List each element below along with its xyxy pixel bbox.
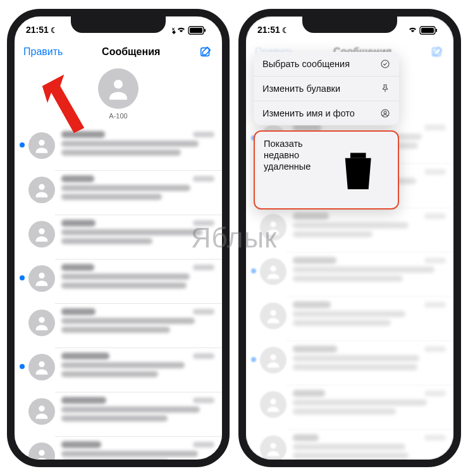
compose-button[interactable] [199,45,213,59]
svg-point-5 [39,140,44,146]
avatar [28,221,55,247]
unread-dot [20,142,25,147]
svg-point-6 [39,184,44,190]
unread-dot [20,320,25,325]
status-time: 21:51 [26,25,49,35]
contact-name-blurred [61,220,95,227]
menu-edit-name-photo[interactable]: Изменить имя и фото [254,101,399,125]
timestamp-blurred [193,220,214,226]
preview-blurred [61,149,181,156]
notch [302,15,397,33]
svg-point-11 [39,406,44,411]
avatar [28,354,55,380]
svg-point-12 [39,450,44,456]
trash-icon [327,140,389,202]
preview-blurred [61,460,168,466]
preview-blurred [61,406,200,413]
conversation-row[interactable] [15,392,222,436]
preview-blurred [61,362,185,368]
menu-label: Выбрать сообщения [262,59,350,69]
avatar [28,132,55,159]
menu-select-messages[interactable]: Выбрать сообщения [254,52,399,76]
contact-name-blurred [61,175,94,182]
svg-rect-1 [190,28,202,33]
conversation-row[interactable] [15,348,222,392]
moon-icon: ☾ [282,26,289,35]
menu-label: Изменить булавки [262,84,340,94]
status-icons [403,25,442,35]
conversation-row[interactable] [15,259,222,303]
unread-dot [20,453,25,458]
svg-rect-2 [204,29,206,32]
phone-right: 21:51☾ Править Сообщения Выбрать с [238,9,461,467]
conversation-row[interactable] [15,170,222,215]
svg-point-9 [39,317,44,323]
menu-label: Показать недавно удаленные [264,138,327,172]
svg-rect-16 [436,29,437,32]
conversation-list[interactable] [15,126,222,467]
timestamp-blurred [193,398,214,403]
timestamp-blurred [193,265,214,270]
preview-blurred [61,282,187,289]
svg-point-10 [39,361,44,367]
svg-point-7 [39,229,44,234]
unread-dot [20,408,25,413]
timestamp-blurred [193,132,214,137]
conversation-row[interactable] [15,303,222,348]
preview-blurred [61,238,152,244]
unread-dot [20,364,25,369]
preview-blurred [61,229,202,235]
svg-point-27 [381,60,389,68]
unread-dot [20,187,25,192]
timestamp-blurred [193,176,214,182]
contact-name-blurred [61,264,94,271]
preview-blurred [61,141,199,147]
avatar [28,442,55,467]
pin-icon [380,84,390,94]
edit-menu: Выбрать сообщения Изменить булавки Измен… [254,52,399,210]
pinned-name: A-100 [109,112,127,120]
avatar [28,398,55,425]
svg-point-4 [114,80,123,89]
svg-rect-15 [421,28,434,33]
svg-point-8 [39,273,44,279]
conversation-row[interactable] [15,126,222,170]
svg-point-29 [384,111,386,114]
status-icons [171,25,211,35]
menu-label: Изменить имя и фото [262,108,355,118]
conversation-row[interactable] [15,436,222,467]
menu-show-recently-deleted[interactable]: Показать недавно удаленные [255,132,398,208]
nav-bar: Править Сообщения [15,39,222,65]
preview-blurred [61,415,168,422]
avatar [28,177,55,203]
conversation-row[interactable] [15,215,222,259]
preview-blurred [61,327,170,333]
preview-blurred [61,185,190,191]
check-circle-icon [380,59,390,69]
person-circle-icon [380,108,390,118]
notch [71,15,166,33]
page-title: Сообщения [102,46,160,58]
menu-edit-pins[interactable]: Изменить булавки [254,76,399,101]
preview-blurred [61,194,162,200]
avatar [98,68,139,109]
preview-blurred [61,371,158,377]
preview-blurred [61,451,198,457]
timestamp-blurred [193,309,214,315]
phone-left: 21:51☾ Править Сообщения A-100 [7,9,230,467]
contact-name-blurred [61,397,106,404]
timestamp-blurred [193,442,214,448]
contact-name-blurred [61,353,109,360]
timestamp-blurred [193,353,214,359]
contact-name-blurred [61,131,105,138]
moon-icon: ☾ [51,26,58,35]
avatar [28,310,55,336]
pinned-contact[interactable]: A-100 [15,65,222,126]
unread-dot [20,275,25,280]
preview-blurred [61,273,190,280]
avatar [28,265,55,292]
unread-dot [20,231,25,236]
status-time: 21:51 [257,25,280,35]
edit-button[interactable]: Править [23,46,63,58]
contact-name-blurred [61,441,101,448]
